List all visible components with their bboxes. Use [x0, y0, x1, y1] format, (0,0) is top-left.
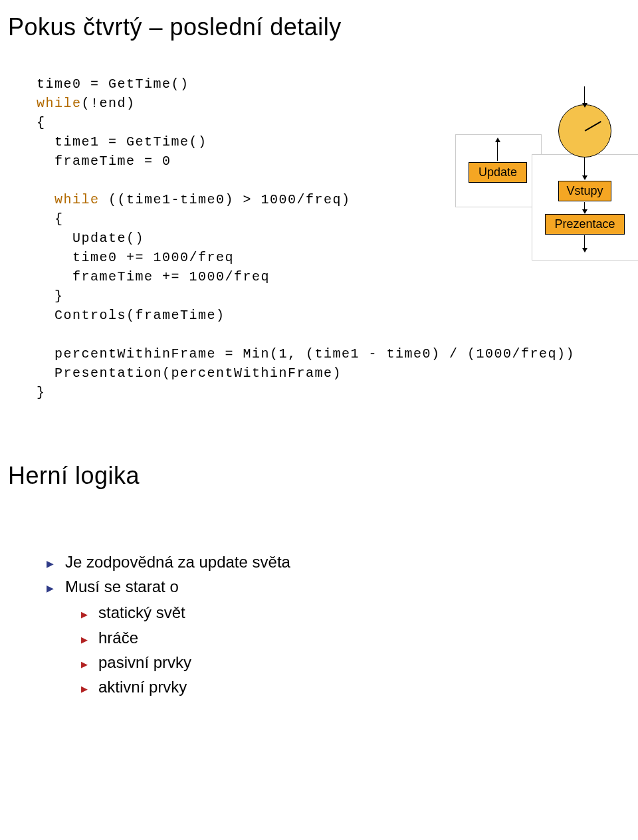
code-line: {: [37, 211, 64, 227]
code-line: time1 = GetTime(): [37, 134, 207, 150]
game-loop-diagram: Update Vstupy Prezentace: [455, 121, 638, 287]
bullet-text: Musí se starat o: [65, 578, 179, 595]
keyword-while: while: [37, 192, 100, 207]
bullet-text: Je zodpovědná za update světa: [65, 553, 290, 571]
code-line: Presentation(percentWithinFrame): [37, 366, 342, 381]
slide1-title: Pokus čtvrtý – poslední detaily: [8, 13, 638, 41]
code-line: time0 += 1000/freq: [37, 250, 234, 265]
arrow-down-icon: [582, 103, 587, 108]
sub-bullet-item: pasivní prvky: [81, 650, 638, 675]
code-text: (!end): [82, 96, 136, 111]
code-line: frameTime += 1000/freq: [37, 269, 270, 284]
code-line: }: [37, 288, 64, 304]
code-line: frameTime = 0: [37, 154, 171, 169]
diagram-label: Update: [478, 165, 517, 179]
bullet-list: Je zodpovědná za update světa Musí se st…: [47, 550, 638, 699]
slide2-title: Herní logika: [8, 462, 638, 490]
arrow-down-icon: [582, 209, 587, 214]
sub-bullet-list: statický svět hráče pasivní prvky aktivn…: [47, 600, 638, 699]
arrow-line: [584, 158, 585, 177]
clock-icon: [558, 104, 611, 158]
keyword-while: while: [37, 96, 82, 111]
diagram-box-vstupy: Vstupy: [558, 181, 611, 201]
bullet-text: statický svět: [98, 603, 185, 621]
diagram-label: Prezentace: [554, 217, 615, 231]
diagram-box-update: Update: [469, 162, 527, 183]
arrow-down-icon: [582, 248, 587, 253]
code-text: ((time1-time0) > 1000/freq): [100, 192, 351, 207]
bullet-text: pasivní prvky: [98, 653, 191, 671]
slide1-body: time0 = GetTime() while(!end) { time1 = …: [37, 74, 638, 402]
bullet-item: Je zodpovědná za update světa: [47, 550, 638, 574]
bullet-text: hráče: [98, 629, 138, 647]
arrow-down-icon: [582, 175, 587, 180]
arrow-line: [584, 86, 585, 105]
bullet-text: aktivní prvky: [98, 678, 187, 696]
sub-bullet-item: hráče: [81, 625, 638, 650]
code-line: time0 = GetTime(): [37, 76, 189, 92]
arrow-up-icon: [495, 138, 500, 142]
diagram-box-prezentace: Prezentace: [545, 214, 625, 235]
sub-bullet-item: aktivní prvky: [81, 675, 638, 699]
code-line: Update(): [37, 231, 144, 246]
code-line: Controls(frameTime): [37, 308, 225, 323]
arrow-line: [497, 141, 498, 161]
bullet-item: Musí se starat o statický svět hráče pas…: [47, 574, 638, 699]
code-line: percentWithinFrame = Min(1, (time1 - tim…: [37, 346, 575, 362]
page-container: Pokus čtvrtý – poslední detaily time0 = …: [0, 13, 638, 699]
sub-bullet-item: statický svět: [81, 600, 638, 625]
diagram-label: Vstupy: [566, 184, 603, 197]
code-line: }: [37, 385, 46, 400]
code-line: {: [37, 115, 46, 130]
